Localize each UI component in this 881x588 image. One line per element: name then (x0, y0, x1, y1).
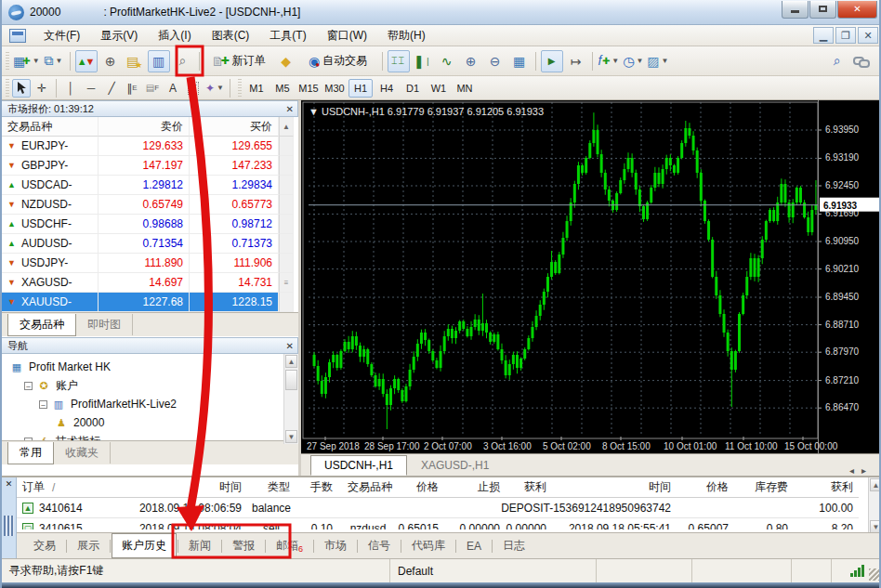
terminal-column-获利-11[interactable]: 获利 (794, 477, 859, 498)
market-watch-row[interactable]: ▼GBPJPY-147.197147.233 (2, 156, 298, 176)
strategy-tester-button[interactable]: ⌕ (172, 50, 194, 72)
market-watch-close-icon[interactable]: ✕ (286, 104, 294, 114)
vertical-line-button[interactable]: │ (61, 79, 80, 98)
terminal-column-获利-7[interactable]: 获利 (506, 477, 552, 498)
scroll-thumb[interactable] (285, 370, 297, 390)
text-button[interactable]: A (164, 79, 182, 98)
navigator-close-icon[interactable]: ✕ (286, 341, 294, 351)
candlestick-chart-button[interactable]: ❚❘ (412, 50, 434, 72)
search-icon[interactable]: ⌕ (826, 50, 848, 72)
market-watch-toggle-button[interactable]: ▲▼ (75, 50, 98, 72)
terminal-trade-row[interactable]: ▢34106152018.09.14 08:08:04sell0.10nzdus… (17, 518, 881, 529)
market-watch-scrollbar[interactable] (279, 215, 294, 234)
market-watch-row[interactable]: ▼XAUUSD-1227.681228.15 (2, 293, 298, 312)
terminal-column-订单-0[interactable]: 订单 / (17, 477, 106, 498)
market-watch-row[interactable]: ▼XAGUSD-14.69714.731≡ (2, 273, 298, 293)
tree-expander-minus-icon[interactable]: – (24, 382, 33, 390)
market-watch-row[interactable]: ▲USDCHF-0.986880.98712 (2, 215, 298, 234)
menu-item-显示(V)[interactable]: 显示(V) (90, 25, 148, 46)
metaeditor-button[interactable]: ◆ (275, 50, 297, 72)
auto-scroll-button[interactable]: ▶ (541, 50, 563, 72)
scroll-up-icon[interactable]: ▲ (279, 117, 294, 137)
chart-tab-USDCNH-,H1[interactable]: USDCNH-,H1 (310, 455, 407, 476)
column-header-ask[interactable]: 买价 (190, 117, 279, 137)
tree-item-20000[interactable]: ♟20000 (2, 413, 298, 432)
terminal-tab-新闻[interactable]: 新闻 (179, 534, 220, 557)
market-watch-tab-即时图[interactable]: 即时图 (76, 314, 133, 335)
column-header-bid[interactable]: 卖价 (99, 117, 190, 137)
line-chart-button[interactable]: ∿ (436, 50, 458, 72)
timeframe-button-H1[interactable]: H1 (348, 79, 373, 98)
navigator-scrollbar[interactable]: ▲ ▼ (283, 354, 298, 444)
data-window-button[interactable]: ⊕ (99, 50, 122, 72)
terminal-column-止损-6[interactable]: 止损 (444, 477, 506, 498)
chart-window[interactable]: 6.939506.931906.924506.916906.909506.902… (301, 100, 881, 453)
market-watch-row[interactable]: ▼EURJPY-129.633129.655 (2, 137, 298, 156)
market-watch-scrollbar[interactable] (279, 234, 294, 254)
chart-tab-XAGUSD-,H1[interactable]: XAGUSD-,H1 (407, 455, 503, 476)
timeframe-button-M5[interactable]: M5 (270, 79, 295, 98)
timeframe-button-M30[interactable]: M30 (322, 79, 347, 98)
menu-item-帮助(H)[interactable]: 帮助(H) (377, 25, 436, 46)
market-watch-scrollbar[interactable]: ≡ (279, 273, 294, 293)
market-watch-row[interactable]: ▲USDCAD-1.298121.29834 (2, 176, 298, 195)
tree-item-ProfitMarketHK-Live2[interactable]: –▥ProfitMarketHK-Live2 (2, 395, 298, 413)
horizontal-line-button[interactable]: ─ (82, 79, 100, 98)
channel-button[interactable]: ∥E (123, 79, 141, 98)
terminal-dock-icon[interactable] (4, 516, 14, 536)
tree-item-技术指标[interactable]: –ƒ技术指标 (2, 432, 298, 440)
cursor-button[interactable] (12, 79, 31, 98)
terminal-tab-日志[interactable]: 日志 (493, 534, 534, 557)
scroll-up-icon[interactable]: ▲ (870, 478, 881, 491)
column-header-symbol[interactable]: 交易品种 (2, 117, 99, 137)
autotrading-button[interactable]: ◉● 自动交易 (299, 50, 377, 72)
text-label-button[interactable]: T (184, 79, 203, 98)
chart-tab-scroll-icons[interactable]: ◂▸ (849, 465, 874, 476)
close-button[interactable]: ✕ (837, 1, 877, 19)
terminal-tab-账户历史[interactable]: 账户历史 (112, 533, 177, 558)
indicators-button[interactable]: 𝑓✚▼ (598, 50, 621, 72)
toolbar-grip[interactable] (238, 79, 242, 98)
status-profile[interactable]: Default (390, 559, 597, 582)
navigator-tab-常用[interactable]: 常用 (7, 442, 54, 464)
terminal-tab-市场[interactable]: 市场 (315, 534, 356, 557)
timeframe-button-D1[interactable]: D1 (401, 79, 425, 98)
market-watch-scrollbar[interactable] (279, 195, 294, 215)
terminal-tab-展示[interactable]: 展示 (68, 534, 109, 557)
timeframe-button-W1[interactable]: W1 (427, 79, 451, 98)
zoom-out-button[interactable]: ⊖ (484, 50, 506, 72)
mdi-restore-button[interactable]: ❐ (835, 27, 856, 44)
terminal-tab-警报[interactable]: 警报 (223, 534, 264, 557)
tile-windows-button[interactable]: ▦ (508, 50, 531, 72)
toolbar-grip[interactable] (6, 52, 9, 71)
menu-item-插入(I)[interactable]: 插入(I) (148, 25, 201, 46)
trendline-button[interactable]: ╱ (102, 79, 121, 98)
menu-item-窗口(W)[interactable]: 窗口(W) (317, 25, 377, 46)
mdi-minimize-button[interactable]: ▁ (813, 27, 834, 44)
zoom-in-button[interactable]: ⊕ (460, 50, 482, 72)
minimize-button[interactable] (782, 1, 809, 19)
navigator-tab-收藏夹[interactable]: 收藏夹 (54, 442, 111, 464)
terminal-column-交易品种-4[interactable]: 交易品种 (338, 477, 398, 498)
market-watch-scrollbar[interactable] (279, 254, 294, 273)
tree-item-Profit Market HK[interactable]: ▦Profit Market HK (2, 358, 298, 376)
bar-chart-button[interactable]: ⌶⌶ (388, 50, 410, 72)
menu-item-图表(C)[interactable]: 图表(C) (202, 25, 260, 46)
periods-button[interactable]: ◷▼ (622, 50, 644, 72)
market-watch-scrollbar[interactable] (279, 176, 294, 195)
market-watch-scrollbar[interactable] (279, 293, 294, 312)
scroll-down-icon[interactable]: ▼ (285, 430, 297, 443)
menu-item-文件(F)[interactable]: 文件(F) (33, 25, 90, 46)
market-watch-title-bar[interactable]: 市场报价: 01:39:12 ✕ (2, 100, 298, 117)
toolbar-grip[interactable] (6, 79, 9, 98)
mdi-close-button[interactable]: ✕ (858, 27, 878, 44)
terminal-column-价格-5[interactable]: 价格 (398, 477, 444, 498)
timeframe-button-M1[interactable]: M1 (244, 79, 269, 98)
market-watch-scrollbar[interactable] (279, 137, 294, 156)
resize-grip[interactable] (869, 568, 881, 581)
market-watch-row[interactable]: ▼NZDUSD-0.657490.65773 (2, 195, 298, 215)
terminal-tab-交易[interactable]: 交易 (24, 534, 65, 557)
timeframe-button-M15[interactable]: M15 (296, 79, 321, 98)
crosshair-button[interactable]: ✛ (33, 79, 51, 98)
terminal-button[interactable]: ▥ (148, 50, 170, 72)
